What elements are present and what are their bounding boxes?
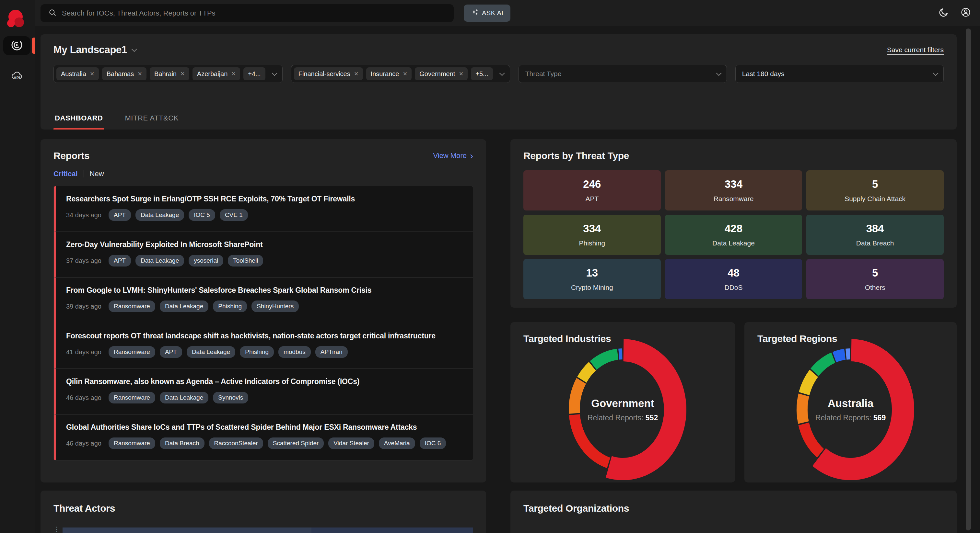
main-content: My Landscape1 Save current filters Austr…: [35, 26, 980, 533]
tab-mitre-att-ck[interactable]: MITRE ATT&CK: [124, 114, 180, 130]
report-title[interactable]: Zero-Day Vulnerability Exploited In Micr…: [66, 240, 465, 249]
search-input[interactable]: [62, 9, 446, 17]
ask-ai-button[interactable]: ASK AI: [464, 5, 511, 22]
report-title[interactable]: Qilin Ransomware, also known as Agenda –…: [66, 377, 465, 386]
filter-chip[interactable]: Insurance×: [366, 67, 412, 80]
threat-type-tile[interactable]: 48DDoS: [665, 259, 802, 299]
subtab-new[interactable]: New: [90, 170, 104, 178]
report-tag: Data Leakage: [187, 346, 235, 358]
reports-card: Reports View More › CriticalNew Research…: [40, 139, 486, 482]
filter-chip-label: Bahrain: [154, 70, 177, 78]
tile-label: Phishing: [523, 239, 661, 247]
threat-type-tile[interactable]: 428Data Leakage: [665, 215, 802, 255]
report-row[interactable]: Qilin Ransomware, also known as Agenda –…: [54, 369, 473, 414]
chevron-right-icon: ›: [470, 152, 473, 159]
report-row[interactable]: Zero-Day Vulnerability Exploited In Micr…: [54, 232, 473, 278]
tile-label: Data Breach: [806, 239, 944, 247]
threat-type-tile[interactable]: 5Supply Chain Attack: [806, 170, 944, 211]
tile-value: 334: [665, 178, 802, 190]
report-row[interactable]: Global Authorities Share IoCs and TTPs o…: [54, 414, 473, 460]
chip-close-icon[interactable]: ×: [231, 70, 235, 78]
subtab-critical[interactable]: Critical: [54, 170, 78, 178]
report-age: 39 days ago: [66, 303, 102, 310]
regions-filter[interactable]: Australia×Bahamas×Bahrain×Azerbaijan×+4.…: [54, 65, 283, 83]
ask-ai-label: ASK AI: [482, 10, 503, 17]
report-meta: 37 days agoAPTData LeakageysoserialToolS…: [66, 255, 465, 266]
report-tag: Phishing: [213, 300, 247, 312]
report-title[interactable]: Forescout reports OT threat landscape sh…: [66, 332, 465, 340]
tile-value: 246: [523, 178, 661, 190]
report-tag: APT: [160, 346, 182, 358]
threat-type-tile[interactable]: 246APT: [523, 170, 661, 211]
theme-moon-icon[interactable]: [939, 7, 949, 19]
regions-donut-chart[interactable]: AustraliaRelated Reports: 569: [757, 345, 944, 474]
threat-actors-card: Threat Actors ⋮: [40, 490, 486, 533]
filter-chip-more-label: +4...: [248, 70, 261, 78]
chip-close-icon[interactable]: ×: [354, 70, 358, 78]
report-tag: ysoserial: [189, 255, 223, 266]
user-profile-icon[interactable]: [961, 7, 971, 19]
report-title[interactable]: From Google to LVMH: ShinyHunters' Sales…: [66, 286, 465, 295]
filter-chip[interactable]: Financial-services×: [294, 67, 363, 80]
filter-chip-more[interactable]: +4...: [243, 67, 265, 80]
report-row[interactable]: From Google to LVMH: ShinyHunters' Sales…: [54, 278, 473, 323]
filter-chip[interactable]: Government×: [415, 67, 468, 80]
date-range-filter[interactable]: Last 180 days: [735, 65, 944, 83]
app-root: API ASK AI: [0, 0, 980, 533]
chevron-down-icon: [272, 70, 277, 76]
save-current-filters-link[interactable]: Save current filters: [887, 46, 944, 54]
threat-type-tile[interactable]: 334Phishing: [523, 215, 661, 255]
threat-type-tile[interactable]: 13Crypto Mining: [523, 259, 661, 299]
threat-type-tile[interactable]: 5Others: [806, 259, 944, 299]
filter-chip[interactable]: Azerbaijan×: [192, 67, 240, 80]
chip-close-icon[interactable]: ×: [138, 70, 142, 78]
chip-close-icon[interactable]: ×: [459, 70, 463, 78]
donut-center-label: GovernmentRelated Reports: 552: [574, 397, 671, 422]
report-tag: AveMaria: [379, 438, 415, 449]
subtab-divider: [84, 170, 84, 178]
filter-chip-label: Government: [419, 70, 455, 78]
targeted-industries-card: Targeted Industries GovernmentRelated Re…: [511, 322, 735, 482]
donut-related-reports: Related Reports: 569: [802, 414, 899, 422]
targeted-regions-card: Targeted Regions AustraliaRelated Report…: [745, 322, 957, 482]
view-more-link[interactable]: View More ›: [433, 152, 473, 160]
report-age: 34 days ago: [66, 211, 102, 219]
report-tag: Ransomware: [108, 392, 155, 403]
filter-chip[interactable]: Australia×: [56, 67, 99, 80]
targeted-organizations-title: Targeted Organizations: [523, 503, 944, 514]
reports-title: Reports: [54, 150, 89, 161]
tile-value: 48: [665, 267, 802, 279]
brand-logo[interactable]: [7, 9, 28, 30]
tile-label: Supply Chain Attack: [806, 195, 944, 203]
sidebar-active-indicator: [32, 38, 35, 54]
chip-close-icon[interactable]: ×: [403, 70, 407, 78]
report-row[interactable]: Researchers Spot Surge in Erlang/OTP SSH…: [54, 186, 473, 232]
vertical-scrollbar[interactable]: [966, 29, 971, 530]
sidebar-item-api[interactable]: API: [3, 67, 30, 86]
chip-close-icon[interactable]: ×: [90, 70, 94, 78]
industries-donut-chart[interactable]: GovernmentRelated Reports: 552: [523, 345, 722, 474]
landscape-panel: My Landscape1 Save current filters Austr…: [40, 34, 957, 130]
threat-type-tile[interactable]: 384Data Breach: [806, 215, 944, 255]
report-tag: APTiran: [315, 346, 348, 358]
filter-chip-more[interactable]: +5...: [471, 67, 493, 80]
global-search[interactable]: [40, 4, 454, 22]
report-title[interactable]: Global Authorities Share IoCs and TTPs o…: [66, 423, 465, 431]
industries-filter[interactable]: Financial-services×Insurance×Government×…: [291, 65, 510, 83]
filter-chip[interactable]: Bahrain×: [150, 67, 189, 80]
report-meta: 39 days agoRansomwareData LeakagePhishin…: [66, 300, 465, 312]
landscape-selector[interactable]: My Landscape1: [54, 44, 135, 56]
chip-close-icon[interactable]: ×: [180, 70, 185, 78]
tile-value: 5: [806, 178, 944, 190]
filter-chip[interactable]: Bahamas×: [102, 67, 146, 80]
threat-type-filter[interactable]: Threat Type: [519, 65, 727, 83]
filter-chip-label: Azerbaijan: [197, 70, 228, 78]
tile-label: Data Leakage: [665, 239, 802, 247]
donut-category: Government: [574, 397, 671, 409]
report-age: 46 days ago: [66, 440, 102, 447]
tab-dashboard[interactable]: DASHBOARD: [54, 114, 104, 130]
report-title[interactable]: Researchers Spot Surge in Erlang/OTP SSH…: [66, 195, 465, 203]
report-row[interactable]: Forescout reports OT threat landscape sh…: [54, 323, 473, 369]
threat-type-tile[interactable]: 334Ransomware: [665, 170, 802, 211]
sidebar-item-landscape[interactable]: [3, 36, 30, 55]
